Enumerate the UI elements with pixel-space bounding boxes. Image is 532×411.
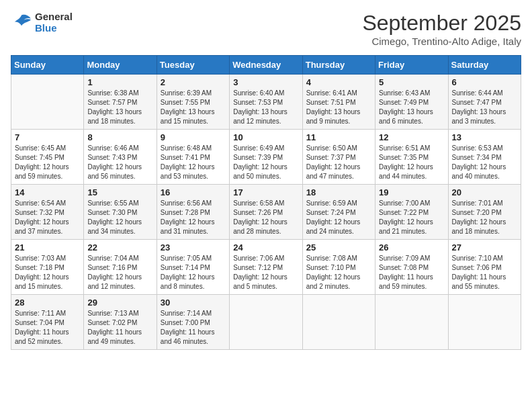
month-title: September 2025: [362, 11, 521, 36]
calendar-day-cell: [302, 295, 375, 350]
day-number: 5: [379, 77, 444, 87]
calendar-table: SundayMondayTuesdayWednesdayThursdayFrid…: [11, 55, 521, 350]
day-info: Sunrise: 7:00 AM Sunset: 7:22 PM Dayligh…: [379, 199, 444, 236]
day-number: 26: [379, 242, 444, 253]
day-number: 29: [87, 298, 152, 308]
column-header-thursday: Thursday: [302, 56, 375, 75]
day-info: Sunrise: 6:55 AM Sunset: 7:30 PM Dayligh…: [87, 199, 152, 236]
day-info: Sunrise: 6:46 AM Sunset: 7:43 PM Dayligh…: [87, 144, 152, 181]
calendar-day-cell: 3Sunrise: 6:40 AM Sunset: 7:53 PM Daylig…: [230, 75, 302, 130]
calendar-day-cell: 1Sunrise: 6:38 AM Sunset: 7:57 PM Daylig…: [84, 75, 157, 130]
calendar-header-row: SundayMondayTuesdayWednesdayThursdayFrid…: [11, 56, 521, 75]
day-number: 2: [161, 77, 226, 87]
calendar-day-cell: 19Sunrise: 7:00 AM Sunset: 7:22 PM Dayli…: [375, 185, 448, 240]
day-info: Sunrise: 7:09 AM Sunset: 7:08 PM Dayligh…: [379, 254, 444, 291]
day-number: 12: [379, 132, 444, 142]
day-number: 19: [379, 187, 444, 197]
day-number: 24: [233, 242, 298, 253]
calendar-week-row: 7Sunrise: 6:45 AM Sunset: 7:45 PM Daylig…: [11, 130, 521, 185]
calendar-day-cell: [230, 295, 302, 350]
column-header-friday: Friday: [375, 56, 448, 75]
calendar-day-cell: 5Sunrise: 6:43 AM Sunset: 7:49 PM Daylig…: [375, 75, 448, 130]
day-number: 25: [306, 242, 371, 253]
calendar-day-cell: 7Sunrise: 6:45 AM Sunset: 7:45 PM Daylig…: [11, 130, 84, 185]
calendar-day-cell: 18Sunrise: 6:59 AM Sunset: 7:24 PM Dayli…: [302, 185, 375, 240]
column-header-sunday: Sunday: [11, 56, 84, 75]
day-info: Sunrise: 7:11 AM Sunset: 7:04 PM Dayligh…: [15, 309, 80, 347]
title-block: September 2025 Cimego, Trentino-Alto Adi…: [362, 11, 521, 47]
day-number: 28: [15, 298, 80, 308]
day-info: Sunrise: 6:56 AM Sunset: 7:28 PM Dayligh…: [161, 199, 226, 236]
day-info: Sunrise: 6:48 AM Sunset: 7:41 PM Dayligh…: [161, 144, 226, 181]
day-number: 27: [452, 242, 517, 253]
day-info: Sunrise: 6:39 AM Sunset: 7:55 PM Dayligh…: [161, 89, 226, 126]
location-title: Cimego, Trentino-Alto Adige, Italy: [362, 36, 521, 47]
calendar-day-cell: 15Sunrise: 6:55 AM Sunset: 7:30 PM Dayli…: [84, 185, 157, 240]
day-info: Sunrise: 6:40 AM Sunset: 7:53 PM Dayligh…: [233, 89, 298, 126]
day-info: Sunrise: 7:05 AM Sunset: 7:14 PM Dayligh…: [161, 254, 226, 291]
day-number: 3: [233, 77, 298, 87]
calendar-day-cell: 22Sunrise: 7:04 AM Sunset: 7:16 PM Dayli…: [84, 240, 157, 295]
calendar-day-cell: 27Sunrise: 7:10 AM Sunset: 7:06 PM Dayli…: [448, 240, 521, 295]
column-header-tuesday: Tuesday: [157, 56, 229, 75]
calendar-day-cell: 6Sunrise: 6:44 AM Sunset: 7:47 PM Daylig…: [448, 75, 521, 130]
day-number: 8: [87, 132, 152, 142]
day-info: Sunrise: 7:10 AM Sunset: 7:06 PM Dayligh…: [452, 254, 517, 291]
calendar-day-cell: 9Sunrise: 6:48 AM Sunset: 7:41 PM Daylig…: [157, 130, 229, 185]
calendar-day-cell: [375, 295, 448, 350]
calendar-day-cell: 2Sunrise: 6:39 AM Sunset: 7:55 PM Daylig…: [157, 75, 229, 130]
day-number: 20: [452, 187, 517, 197]
calendar-day-cell: 30Sunrise: 7:14 AM Sunset: 7:00 PM Dayli…: [157, 295, 229, 350]
calendar-day-cell: 24Sunrise: 7:06 AM Sunset: 7:12 PM Dayli…: [230, 240, 302, 295]
day-info: Sunrise: 7:08 AM Sunset: 7:10 PM Dayligh…: [306, 254, 371, 291]
page-header: General Blue September 2025 Cimego, Tren…: [11, 11, 521, 47]
calendar-day-cell: 25Sunrise: 7:08 AM Sunset: 7:10 PM Dayli…: [302, 240, 375, 295]
day-number: 6: [452, 77, 517, 87]
day-number: 13: [452, 132, 517, 142]
calendar-day-cell: 8Sunrise: 6:46 AM Sunset: 7:43 PM Daylig…: [84, 130, 157, 185]
day-info: Sunrise: 6:38 AM Sunset: 7:57 PM Dayligh…: [87, 89, 152, 126]
calendar-day-cell: [448, 295, 521, 350]
column-header-monday: Monday: [84, 56, 157, 75]
day-info: Sunrise: 7:04 AM Sunset: 7:16 PM Dayligh…: [87, 254, 152, 291]
day-info: Sunrise: 6:51 AM Sunset: 7:35 PM Dayligh…: [379, 144, 444, 181]
calendar-day-cell: 12Sunrise: 6:51 AM Sunset: 7:35 PM Dayli…: [375, 130, 448, 185]
day-info: Sunrise: 6:45 AM Sunset: 7:45 PM Dayligh…: [15, 144, 80, 181]
day-info: Sunrise: 6:44 AM Sunset: 7:47 PM Dayligh…: [452, 89, 517, 126]
logo: General Blue: [11, 11, 73, 34]
day-info: Sunrise: 7:06 AM Sunset: 7:12 PM Dayligh…: [233, 254, 298, 291]
calendar-day-cell: 4Sunrise: 6:41 AM Sunset: 7:51 PM Daylig…: [302, 75, 375, 130]
day-number: 4: [306, 77, 371, 87]
calendar-day-cell: 23Sunrise: 7:05 AM Sunset: 7:14 PM Dayli…: [157, 240, 229, 295]
day-number: 10: [233, 132, 298, 142]
day-number: 22: [87, 242, 152, 253]
day-info: Sunrise: 6:50 AM Sunset: 7:37 PM Dayligh…: [306, 144, 371, 181]
day-number: 18: [306, 187, 371, 197]
day-info: Sunrise: 6:54 AM Sunset: 7:32 PM Dayligh…: [15, 199, 80, 236]
calendar-week-row: 21Sunrise: 7:03 AM Sunset: 7:18 PM Dayli…: [11, 240, 521, 295]
column-header-saturday: Saturday: [448, 56, 521, 75]
logo-icon: [11, 13, 32, 32]
calendar-day-cell: 26Sunrise: 7:09 AM Sunset: 7:08 PM Dayli…: [375, 240, 448, 295]
calendar-day-cell: 20Sunrise: 7:01 AM Sunset: 7:20 PM Dayli…: [448, 185, 521, 240]
calendar-week-row: 14Sunrise: 6:54 AM Sunset: 7:32 PM Dayli…: [11, 185, 521, 240]
day-number: 16: [161, 187, 226, 197]
day-number: 9: [161, 132, 226, 142]
day-number: 17: [233, 187, 298, 197]
day-info: Sunrise: 6:41 AM Sunset: 7:51 PM Dayligh…: [306, 89, 371, 126]
column-header-wednesday: Wednesday: [230, 56, 302, 75]
day-number: 11: [306, 132, 371, 142]
day-info: Sunrise: 6:53 AM Sunset: 7:34 PM Dayligh…: [452, 144, 517, 181]
day-info: Sunrise: 7:01 AM Sunset: 7:20 PM Dayligh…: [452, 199, 517, 236]
calendar-day-cell: 10Sunrise: 6:49 AM Sunset: 7:39 PM Dayli…: [230, 130, 302, 185]
calendar-day-cell: 11Sunrise: 6:50 AM Sunset: 7:37 PM Dayli…: [302, 130, 375, 185]
calendar-day-cell: 17Sunrise: 6:58 AM Sunset: 7:26 PM Dayli…: [230, 185, 302, 240]
day-number: 21: [15, 242, 80, 253]
day-number: 14: [15, 187, 80, 197]
calendar-day-cell: 21Sunrise: 7:03 AM Sunset: 7:18 PM Dayli…: [11, 240, 84, 295]
day-info: Sunrise: 7:14 AM Sunset: 7:00 PM Dayligh…: [161, 309, 226, 347]
day-info: Sunrise: 7:03 AM Sunset: 7:18 PM Dayligh…: [15, 254, 80, 291]
calendar-day-cell: 16Sunrise: 6:56 AM Sunset: 7:28 PM Dayli…: [157, 185, 229, 240]
day-info: Sunrise: 6:43 AM Sunset: 7:49 PM Dayligh…: [379, 89, 444, 126]
day-info: Sunrise: 6:49 AM Sunset: 7:39 PM Dayligh…: [233, 144, 298, 181]
